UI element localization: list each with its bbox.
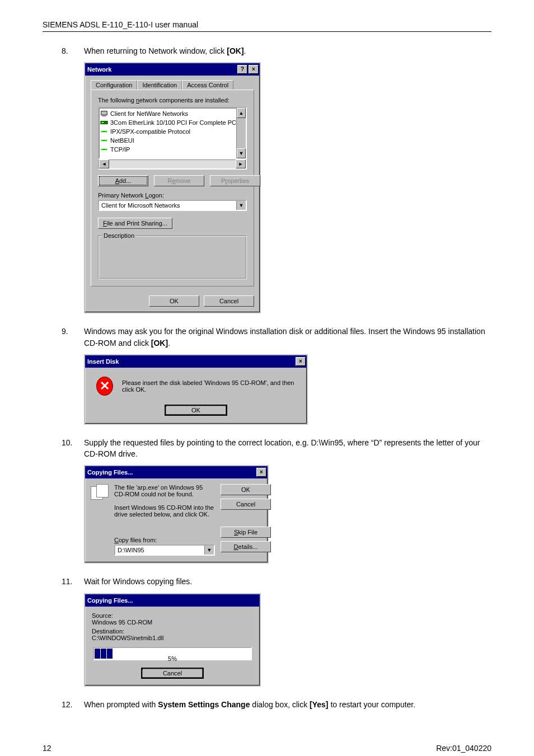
scroll-down-icon[interactable]: ▼ — [237, 148, 246, 158]
copy2-title: Copying Files... — [87, 597, 259, 604]
revision: Rev:01_040220 — [436, 744, 491, 753]
ok-button[interactable]: OK — [149, 295, 199, 307]
tab-panel-configuration: The following network components are ins… — [91, 90, 254, 287]
components-button-row: Add... Remove Properties — [98, 175, 247, 186]
step-9-bold: [OK] — [151, 339, 168, 348]
tab-access-control[interactable]: Access Control — [182, 80, 233, 90]
step-9-b: . — [168, 339, 170, 348]
copy1-titlebar[interactable]: Copying Files... × — [85, 466, 268, 478]
step-12-b1: System Settings Change — [158, 700, 250, 709]
cancel-button[interactable]: Cancel — [141, 668, 204, 679]
list-item[interactable]: IPX/SPX-compatible Protocol — [100, 127, 235, 136]
svg-point-8 — [101, 140, 104, 142]
protocol-icon — [100, 128, 108, 135]
list-item[interactable]: 3Com EtherLink 10/100 PCI For Complete P… — [100, 118, 235, 127]
insert-disk-buttons: OK — [85, 405, 307, 424]
step-8: 8. When returning to Network window, cli… — [62, 45, 491, 57]
copy1-title: Copying Files... — [87, 469, 255, 476]
network-tabs: Configuration Identification Access Cont… — [91, 80, 254, 90]
ok-button[interactable]: OK — [165, 405, 227, 416]
insert-disk-title: Insert Disk — [87, 358, 294, 365]
list-item-label: IPX/SPX-compatible Protocol — [110, 128, 190, 135]
dest-value: C:\WINDOWS\inetmib1.dll — [92, 635, 253, 641]
dest-label: Destination: — [92, 628, 253, 635]
protocol-icon — [100, 137, 108, 144]
details-button[interactable]: Details... — [221, 541, 271, 552]
step-8-num: 8. — [62, 45, 84, 57]
copy1-line1: The file 'arp.exe' on Windows 95 CD-ROM … — [114, 484, 215, 497]
svg-point-6 — [105, 131, 107, 133]
tab-identification[interactable]: Identification — [137, 80, 182, 90]
list-item[interactable]: NetBEUI — [100, 136, 235, 145]
step-8-b: . — [244, 46, 246, 55]
copy-from-label: Copy files from: — [114, 537, 215, 543]
insert-disk-titlebar[interactable]: Insert Disk × — [85, 355, 307, 368]
primary-logon-combo[interactable]: ▼ — [98, 200, 247, 211]
copy-from-value[interactable] — [115, 546, 204, 555]
client-icon — [100, 110, 108, 118]
list-item-label: 3Com EtherLink 10/100 PCI For Complete P… — [110, 119, 236, 126]
tab-configuration[interactable]: Configuration — [91, 80, 137, 90]
step-8-text: When returning to Network window, click … — [84, 45, 491, 57]
list-item-label: Client for NetWare Networks — [110, 110, 188, 117]
installed-label: The following network components are ins… — [98, 97, 247, 104]
step-8-a: When returning to Network window, click — [84, 46, 227, 55]
svg-rect-1 — [102, 116, 106, 117]
protocol-icon — [100, 145, 108, 153]
step-11-num: 11. — [62, 576, 84, 587]
page-footer: 12 Rev:01_040220 — [43, 744, 491, 753]
step-9-a: Windows may ask you for the original Win… — [84, 327, 485, 347]
close-icon[interactable]: × — [296, 357, 306, 366]
copy2-titlebar[interactable]: Copying Files... — [85, 594, 260, 607]
copy-from-combo[interactable]: ▼ — [114, 544, 215, 556]
ok-button[interactable]: OK — [221, 484, 271, 495]
page-header: SIEMENS ADSL E-110_E-110-I user manual — [43, 20, 491, 29]
step-9-text: Windows may ask you for the original Win… — [84, 326, 491, 349]
cancel-button[interactable]: Cancel — [221, 499, 271, 510]
remove-button: Remove — [154, 175, 204, 186]
copying-files-dialog-2: Copying Files... Source: Windows 95 CD-R… — [84, 593, 261, 687]
adapter-icon — [100, 119, 108, 126]
step-11: 11. Wait for Windows copying files. — [62, 576, 491, 587]
listbox-hscroll[interactable]: ◄ ► — [98, 159, 247, 170]
list-item[interactable]: Client for NetWare Networks — [100, 109, 235, 118]
error-icon: ✕ — [96, 377, 113, 396]
file-print-sharing-button[interactable]: File and Print Sharing... — [98, 218, 172, 229]
add-button[interactable]: Add... — [98, 175, 148, 186]
primary-logon-label: Primary Network Logon: — [98, 192, 247, 199]
step-8-bold: [OK] — [227, 46, 243, 55]
close-icon[interactable]: × — [249, 65, 259, 74]
svg-point-9 — [105, 140, 107, 142]
properties-button: Properties — [210, 175, 260, 186]
cancel-button[interactable]: Cancel — [204, 295, 254, 307]
header-rule — [43, 31, 491, 32]
svg-point-11 — [101, 149, 104, 151]
scroll-up-icon[interactable]: ▲ — [237, 108, 246, 118]
dropdown-icon[interactable]: ▼ — [204, 546, 214, 555]
components-listbox[interactable]: Client for NetWare Networks 3Com EtherLi… — [98, 107, 247, 159]
network-titlebar[interactable]: Network ? × — [85, 63, 260, 76]
description-group: Description — [98, 236, 247, 279]
scroll-right-icon[interactable]: ► — [236, 159, 246, 168]
list-item[interactable]: TCP/IP — [100, 145, 235, 154]
step-10-text: Supply the requested files by pointing t… — [84, 437, 491, 460]
svg-point-12 — [105, 149, 107, 151]
close-icon[interactable]: × — [256, 468, 266, 477]
step-10-num: 10. — [62, 437, 84, 460]
svg-rect-3 — [102, 122, 104, 123]
listbox-scrollbar[interactable]: ▲ ▼ — [236, 108, 246, 158]
progress-percent: 5% — [92, 655, 253, 662]
network-title: Network — [87, 66, 236, 73]
step-12-num: 12. — [62, 699, 84, 710]
help-icon[interactable]: ? — [237, 65, 247, 74]
primary-logon-value[interactable] — [99, 201, 236, 210]
dropdown-icon[interactable]: ▼ — [236, 201, 246, 210]
copying-files-dialog-1: Copying Files... × The file 'arp.exe' on… — [84, 465, 269, 564]
source-label: Source: — [92, 612, 253, 619]
step-10: 10. Supply the requested files by pointi… — [62, 437, 491, 460]
step-9-num: 9. — [62, 326, 84, 349]
scroll-left-icon[interactable]: ◄ — [99, 159, 109, 168]
skip-file-button[interactable]: Skip File — [221, 527, 271, 538]
page-number: 12 — [43, 744, 51, 753]
svg-rect-0 — [101, 111, 107, 115]
